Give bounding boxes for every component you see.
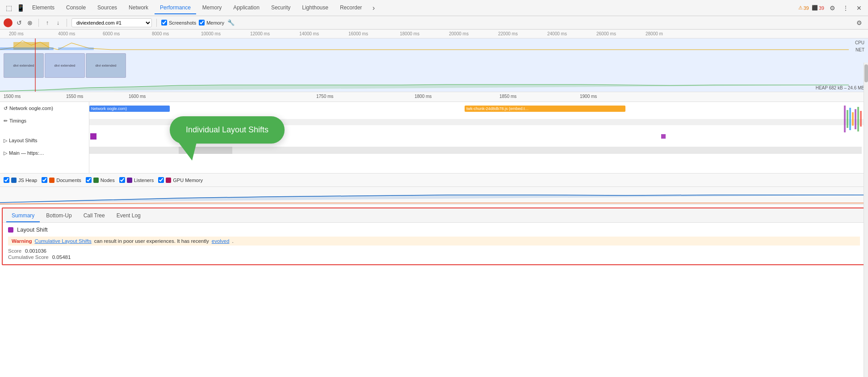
devtools-settings-icon[interactable]: ⚙: [827, 3, 838, 13]
layout-shift-marker-1: [90, 133, 96, 140]
flame-left-labels: ↺ Network oogle.com) ✏ Timings ▷ Layout …: [0, 102, 89, 173]
tab-memory[interactable]: Memory: [197, 2, 227, 14]
detail-tick-1800: 1800 ms: [415, 94, 432, 99]
net-track: [0, 47, 868, 51]
layout-shift-marker-2: [661, 134, 666, 139]
device-icon[interactable]: 📱: [15, 3, 26, 13]
heap-label: HEAP 682 kB – 24.6 MB: [816, 85, 864, 90]
pencil-icon: ✏: [4, 118, 8, 124]
devtools-more-icon[interactable]: ⋮: [840, 3, 851, 13]
js-heap-checkbox-label[interactable]: JS Heap: [4, 177, 37, 183]
devtools-close-icon[interactable]: ✕: [854, 3, 864, 13]
gpu-memory-checkbox[interactable]: [158, 177, 164, 183]
tab-console[interactable]: Console: [61, 2, 91, 14]
tab-event-log[interactable]: Event Log: [111, 210, 146, 222]
main-scrollbar[interactable]: [864, 63, 868, 377]
tab-elements[interactable]: Elements: [27, 2, 60, 14]
ruler-tick-4000: 4000 ms: [58, 31, 75, 36]
ruler-tick-16000: 16000 ms: [348, 31, 368, 36]
main-label-text: Main — https:…: [9, 150, 44, 156]
triangle-icon-2: ▷: [4, 150, 7, 156]
nodes-checkbox-label[interactable]: Nodes: [86, 177, 115, 183]
tab-recorder[interactable]: Recorder: [335, 2, 367, 14]
ruler-tick-26000: 26000 ms: [596, 31, 616, 36]
download-icon[interactable]: ↓: [54, 19, 62, 27]
devtools-tabs: ⬚ 📱 Elements Console Sources Network Per…: [0, 0, 868, 16]
ruler-tick-24000: 24000 ms: [547, 31, 567, 36]
nodes-color: [93, 178, 99, 183]
tab-network[interactable]: Network: [123, 2, 154, 14]
listeners-label: Listeners: [134, 178, 154, 183]
js-heap-checkbox[interactable]: [4, 177, 9, 183]
tab-performance[interactable]: Performance: [155, 2, 196, 14]
url-selector[interactable]: diviextended.com #1: [71, 18, 152, 27]
perf-settings-icon[interactable]: ⚙: [854, 17, 864, 28]
gpu-memory-label: GPU Memory: [173, 178, 203, 183]
screenshots-checkbox[interactable]: [161, 20, 167, 25]
memory-tool-icon[interactable]: 🔧: [227, 19, 235, 27]
tab-summary[interactable]: Summary: [6, 210, 40, 222]
detail-ruler: 1500 ms 1550 ms 1600 ms 1750 ms 1800 ms …: [0, 92, 868, 102]
gpu-memory-checkbox-label[interactable]: GPU Memory: [158, 177, 203, 183]
detail-tick-1850: 1850 ms: [499, 94, 516, 99]
callout-bubble: Individual Layout Shifts: [170, 116, 285, 144]
memory-checkbox[interactable]: [199, 20, 205, 25]
tab-call-tree[interactable]: Call Tree: [78, 210, 110, 222]
score-row: Score 0.001036: [8, 248, 860, 254]
flame-chart-area: ↺ Network oogle.com) ✏ Timings ▷ Layout …: [0, 102, 868, 174]
detail-tick-1500: 1500 ms: [4, 94, 21, 99]
more-tabs-icon[interactable]: ›: [368, 3, 379, 13]
scrollbar-thumb[interactable]: [864, 64, 868, 82]
cumulative-layout-shifts-link[interactable]: Cumulative Layout Shifts: [35, 238, 92, 244]
clear-icon[interactable]: ⊗: [26, 19, 34, 27]
detail-tick-1600: 1600 ms: [129, 94, 146, 99]
documents-checkbox-label[interactable]: Documents: [42, 177, 81, 183]
listeners-checkbox[interactable]: [119, 177, 125, 183]
reload-profile-icon[interactable]: ↺: [15, 19, 23, 27]
toolbar-separator-3: [156, 19, 157, 27]
screenshot-thumb-2: divi extended: [45, 53, 85, 78]
screenshot-thumb-1: divi extended: [4, 53, 44, 78]
ruler-tick-8000: 8000 ms: [152, 31, 169, 36]
triangle-icon: ▷: [4, 138, 7, 144]
timeline-tracks[interactable]: divi extended divi extended divi extende…: [0, 38, 868, 92]
color-bars-right: [844, 106, 862, 132]
timeline-cursor: [35, 38, 36, 92]
ruler-tick-20000: 20000 ms: [449, 31, 469, 36]
bottom-panel-content: Layout Shift Warning Cumulative Layout S…: [3, 223, 865, 264]
main-row-label: ▷ Main — https:…: [2, 148, 87, 157]
ruler-tick-10000: 10000 ms: [201, 31, 221, 36]
nodes-checkbox[interactable]: [86, 177, 92, 183]
reload-icon-small: ↺: [4, 106, 8, 111]
detail-tick-1900: 1900 ms: [580, 94, 597, 99]
record-button[interactable]: [4, 18, 13, 27]
layout-shift-color-icon: [8, 227, 13, 233]
memory-checkboxes-bar: JS Heap Documents Nodes Listeners GPU Me…: [0, 174, 868, 187]
timeline-ruler: 200 ms 4000 ms 6000 ms 8000 ms 10000 ms …: [0, 30, 868, 38]
layout-shifts-label-text: Layout Shifts: [9, 138, 38, 143]
tab-sources[interactable]: Sources: [92, 2, 122, 14]
memory-checkbox-label[interactable]: Memory: [199, 20, 224, 25]
error-badge: ⬛ 39: [812, 5, 824, 11]
layout-shift-title-text: Layout Shift: [17, 226, 48, 233]
ruler-tick-12000: 12000 ms: [250, 31, 270, 36]
tab-application[interactable]: Application: [228, 2, 265, 14]
tab-bottom-up[interactable]: Bottom-Up: [41, 210, 77, 222]
screenshots-checkbox-label[interactable]: Screenshots: [161, 20, 196, 25]
listeners-checkbox-label[interactable]: Listeners: [119, 177, 154, 183]
documents-checkbox[interactable]: [42, 177, 47, 183]
listeners-color: [127, 178, 132, 183]
tab-security[interactable]: Security: [266, 2, 296, 14]
inspect-icon[interactable]: ⬚: [4, 3, 14, 13]
evolved-link[interactable]: evolved: [212, 238, 230, 244]
cumulative-value: 0.05481: [52, 254, 71, 260]
memory-graph-svg: [0, 187, 868, 205]
layout-shifts-row-label: ▷ Layout Shifts: [2, 136, 87, 145]
screenshot-thumb-3: divi extended: [86, 53, 126, 78]
screenshot-strip: divi extended divi extended divi extende…: [0, 52, 868, 79]
tab-lighthouse[interactable]: Lighthouse: [297, 2, 334, 14]
upload-icon[interactable]: ↑: [43, 19, 51, 27]
ruler-tick-6000: 6000 ms: [103, 31, 120, 36]
warning-badge: ⚠ 39: [798, 5, 809, 11]
toolbar-separator-1: [38, 19, 39, 27]
